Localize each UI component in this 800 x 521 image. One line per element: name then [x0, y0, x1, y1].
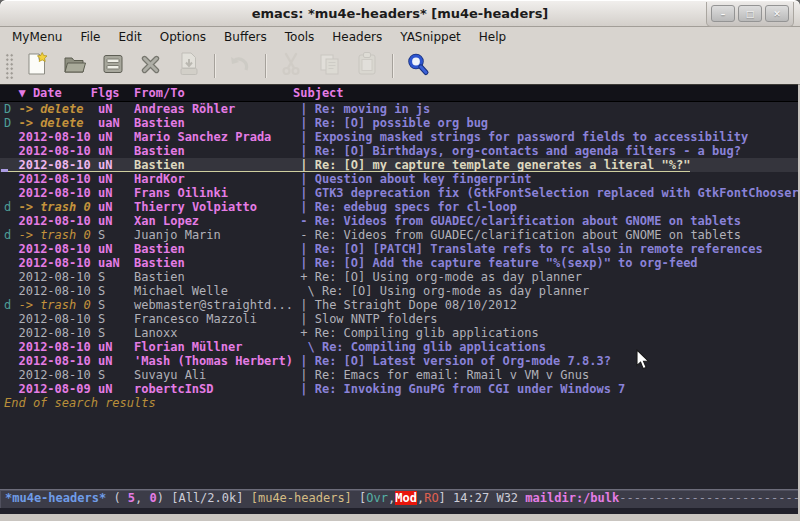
message-subject: | Re: [O] Birthdays, org-contacts and ag…: [300, 144, 741, 158]
message-from: Frans Oilinki: [134, 186, 300, 200]
headers-column-header[interactable]: ▼ Date Flgs From/To Subject: [0, 85, 798, 102]
message-row[interactable]: 2012-08-10 S Francesco Mazzoli | Slow NN…: [0, 312, 798, 326]
message-row[interactable]: d -> trash 0 uN Thierry Volpiatto | Re: …: [0, 200, 798, 214]
mode-line[interactable]: *mu4e-headers* ( 5, 0) [All/2.0k] [mu4e-…: [0, 489, 798, 508]
toolbar: [0, 48, 800, 85]
menu-tools[interactable]: Tools: [276, 28, 324, 47]
buffer-area[interactable]: ▼ Date Flgs From/To Subject D -> delete …: [0, 84, 798, 514]
close-button[interactable]: [132, 51, 170, 81]
new-file-button[interactable]: [18, 51, 56, 81]
undo-icon: [227, 52, 253, 80]
menu-mymenu[interactable]: MyMenu: [3, 28, 71, 47]
modeline-plain: [All/2.0k]: [171, 491, 250, 505]
message-flags: S: [98, 368, 134, 382]
message-flags: S: [98, 228, 134, 242]
titlebar[interactable]: emacs: *mu4e-headers* [mu4e-headers] –□✕: [0, 0, 800, 27]
message-from: Thierry Volpiatto: [134, 200, 300, 214]
close-button[interactable]: ✕: [765, 5, 789, 22]
modeline-dash: ----------------------------------------…: [619, 491, 798, 505]
maximize-button[interactable]: □: [738, 5, 762, 22]
menu-options[interactable]: Options: [151, 28, 215, 47]
mark-target: delete: [40, 102, 83, 116]
message-date: 2012-08-10: [18, 130, 97, 144]
message-flags: uN: [98, 158, 134, 172]
save-button[interactable]: [94, 51, 132, 81]
message-row[interactable]: 2012-08-10 uN 'Mash (Thomas Herbert) | R…: [0, 354, 798, 368]
save-icon: [101, 52, 125, 80]
window-controls: –□✕: [706, 2, 794, 27]
menu-help[interactable]: Help: [470, 28, 515, 47]
message-flags: uN: [98, 242, 134, 256]
menu-bar: MyMenuFileEditOptionsBuffersToolsHeaders…: [0, 27, 800, 48]
message-list[interactable]: D -> delete uN Andreas Röhler | Re: movi…: [0, 102, 798, 489]
message-row[interactable]: 2012-08-10 S Bastien + Re: [O] Using org…: [0, 270, 798, 284]
message-date: 2012-08-10: [18, 354, 97, 368]
message-row[interactable]: 2012-08-10 uN Bastien | Re: [O] [PATCH] …: [0, 242, 798, 256]
end-of-search-results: End of search results: [0, 396, 798, 410]
message-row[interactable]: 2012-08-10 S Michael Welle \ Re: [O] Usi…: [0, 284, 798, 298]
message-flags: uN: [98, 186, 134, 200]
message-subject: | Slow NNTP folders: [300, 312, 437, 326]
message-from: HardKor: [134, 172, 300, 186]
message-row[interactable]: 2012-08-10 uN Florian Müllner \ Re: Comp…: [0, 340, 798, 354]
new-file-icon: [25, 51, 50, 81]
message-flags: uaN: [98, 256, 134, 270]
message-row[interactable]: 2012-08-09 uN robertcInSD | Re: Invoking…: [0, 382, 798, 396]
menu-buffers[interactable]: Buffers: [215, 28, 276, 47]
echo-area[interactable]: [0, 508, 798, 514]
menu-file[interactable]: File: [71, 28, 109, 47]
message-row[interactable]: 2012-08-10 S Lanoxx + Re: Compiling glib…: [0, 326, 798, 340]
message-subject: - Re: Videos from GUADEC/clarification a…: [300, 228, 741, 242]
mark-target: trash 0: [40, 298, 91, 312]
cut-icon: [279, 51, 303, 81]
message-row[interactable]: 2012-08-10 uN Mario Sanchez Prada | Expo…: [0, 130, 798, 144]
modeline-plain: 14:27 W32: [453, 491, 525, 505]
message-from: Bastien: [134, 242, 300, 256]
menu-yasnippet[interactable]: YASnippet: [391, 28, 470, 47]
minimize-button[interactable]: –: [711, 5, 735, 22]
message-date: 2012-08-10: [18, 270, 97, 284]
paste-icon: [355, 51, 379, 81]
message-row[interactable]: D -> delete uN Andreas Röhler | Re: movi…: [0, 102, 798, 116]
message-flags: uN: [98, 340, 134, 354]
message-subject: \ Re: Compiling glib applications: [300, 340, 546, 354]
search-button[interactable]: [399, 51, 437, 81]
message-subject: | Re: [O] possible org bug: [300, 116, 488, 130]
message-date: 2012-08-10: [18, 368, 97, 382]
message-date: 2012-08-10: [18, 214, 97, 228]
message-from: Bastien: [134, 158, 300, 172]
message-row[interactable]: D -> delete uaN Bastien | Re: [O] possib…: [0, 116, 798, 130]
message-subject: \ Re: [O] Using org-mode as day planner: [300, 284, 589, 298]
message-from: Bastien: [134, 270, 300, 284]
message-flags: S: [98, 270, 134, 284]
message-subject: | Re: [O] my capture template generates …: [300, 158, 690, 172]
message-subject: | Re: edebug specs for cl-loop: [300, 200, 517, 214]
toolbar-grip-handle[interactable]: [5, 53, 14, 79]
message-subject: | Re: [O] Add the capture feature "%(sex…: [300, 256, 697, 270]
message-row[interactable]: d -> trash 0 S Juanjo Marin - Re: Videos…: [0, 228, 798, 242]
menu-edit[interactable]: Edit: [110, 28, 151, 47]
message-row[interactable]: 2012-08-10 S Suvayu Ali | Re: Emacs for …: [0, 368, 798, 382]
menu-headers[interactable]: Headers: [323, 28, 391, 47]
message-subject: | Re: [O] Latest version of Org-mode 7.8…: [300, 354, 611, 368]
open-button[interactable]: [56, 51, 94, 81]
message-flags: uN: [98, 172, 134, 186]
emacs-window: emacs: *mu4e-headers* [mu4e-headers] –□✕…: [0, 0, 800, 521]
message-row-current[interactable]: 2012-08-10 uN Bastien | Re: [O] my captu…: [0, 158, 798, 172]
message-row[interactable]: 2012-08-10 uN Bastien | Re: [O] Birthday…: [0, 144, 798, 158]
message-subject: | Re: Emacs for email: Rmail v VM v Gnus: [300, 368, 589, 382]
message-flags: uN: [98, 144, 134, 158]
message-row[interactable]: 2012-08-10 uN HardKor | Question about k…: [0, 172, 798, 186]
message-flags: uN: [98, 102, 134, 116]
modeline-dir: maildir:/bulk: [525, 491, 619, 505]
modeline-num: 0: [150, 491, 157, 505]
message-row[interactable]: 2012-08-10 uN Frans Oilinki | GTK3 depre…: [0, 186, 798, 200]
message-row[interactable]: 2012-08-10 uN Xan Lopez - Re: Videos fro…: [0, 214, 798, 228]
message-row[interactable]: 2012-08-10 uaN Bastien | Re: [O] Add the…: [0, 256, 798, 270]
message-from: webmaster@straightd...: [134, 298, 300, 312]
message-row[interactable]: d -> trash 0 S webmaster@straightd... | …: [0, 298, 798, 312]
message-from: 'Mash (Thomas Herbert): [134, 354, 300, 368]
message-date: 2012-08-10: [18, 186, 97, 200]
message-flags: uN: [98, 354, 134, 368]
message-flags: uN: [98, 382, 134, 396]
